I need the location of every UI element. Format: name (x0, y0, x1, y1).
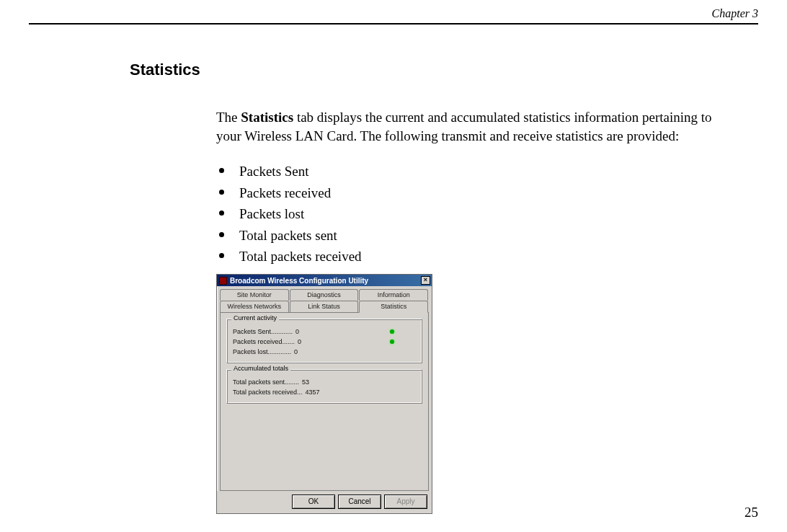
tab-site-monitor[interactable]: Site Monitor (220, 289, 289, 301)
bullet-item: Total packets received (216, 246, 758, 267)
window-titlebar[interactable]: Broadcom Wireless Configuration Utility … (217, 275, 432, 286)
bullet-item: Packets received (216, 182, 758, 203)
ok-button[interactable]: OK (292, 495, 335, 509)
page-content: Statistics The Statistics tab displays t… (29, 25, 758, 514)
activity-led-icon (390, 340, 394, 344)
stat-row-total-sent: Total packets sent........ 53 (233, 377, 416, 387)
dialog-button-row: OK Cancel Apply (217, 491, 432, 513)
bullet-item: Total packets sent (216, 225, 758, 246)
bullet-list: Packets Sent Packets received Packets lo… (216, 161, 758, 267)
groupbox-legend: Accumulated totals (231, 365, 290, 372)
section-heading: Statistics (130, 61, 758, 79)
tab-panel-statistics: Current activity Packets Sent...........… (220, 312, 429, 491)
tab-row-back: Site Monitor Diagnostics Information (220, 289, 429, 301)
chapter-label: Chapter 3 (712, 7, 758, 19)
bullet-item: Packets Sent (216, 161, 758, 182)
page-number: 25 (744, 505, 758, 520)
stat-value: 0 (295, 327, 299, 337)
stat-row-total-received: Total packets received... 4357 (233, 387, 416, 397)
stat-label: Packets received....... (233, 337, 295, 347)
tab-diagnostics[interactable]: Diagnostics (290, 289, 359, 301)
intro-paragraph: The Statistics tab displays the current … (216, 108, 735, 145)
stat-row-packets-received: Packets received....... 0 (233, 337, 416, 347)
stat-row-packets-lost: Packets lost............. 0 (233, 347, 416, 357)
groupbox-legend: Current activity (231, 314, 279, 322)
cancel-button[interactable]: Cancel (338, 495, 381, 509)
stat-value: 0 (298, 337, 301, 347)
apply-button[interactable]: Apply (384, 495, 427, 509)
stat-label: Total packets sent........ (233, 377, 299, 387)
para-pre: The (216, 110, 241, 125)
tab-link-status[interactable]: Link Status (290, 301, 359, 312)
stat-label: Packets Sent............ (233, 327, 293, 337)
dialog-screenshot: Broadcom Wireless Configuration Utility … (216, 274, 758, 514)
stat-value: 53 (302, 377, 309, 387)
page: Chapter 3 Statistics The Statistics tab … (0, 0, 787, 532)
section-body: The Statistics tab displays the current … (216, 108, 758, 514)
tab-area: Site Monitor Diagnostics Information Wir… (220, 289, 429, 491)
stat-value: 0 (294, 347, 298, 357)
groupbox-current-activity: Current activity Packets Sent...........… (226, 319, 422, 363)
stat-value: 4357 (306, 387, 320, 397)
bullet-item: Packets lost (216, 203, 758, 224)
window-title: Broadcom Wireless Configuration Utility (230, 277, 421, 285)
tab-row-front: Wireless Networks Link Status Statistics (220, 301, 429, 312)
config-utility-window: Broadcom Wireless Configuration Utility … (216, 274, 432, 514)
stat-label: Packets lost............. (233, 347, 291, 357)
para-bold: Statistics (241, 110, 293, 125)
stat-label: Total packets received... (233, 387, 303, 397)
page-header: Chapter 3 (29, 0, 758, 25)
close-button[interactable]: × (421, 276, 430, 285)
app-icon (219, 277, 227, 285)
tab-wireless-networks[interactable]: Wireless Networks (220, 301, 289, 312)
groupbox-accumulated-totals: Accumulated totals Total packets sent...… (226, 369, 422, 404)
dialog-body: Site Monitor Diagnostics Information Wir… (217, 286, 432, 491)
stat-row-packets-sent: Packets Sent............ 0 (233, 327, 416, 337)
tab-statistics[interactable]: Statistics (359, 301, 428, 313)
activity-led-icon (390, 329, 394, 334)
tab-information[interactable]: Information (359, 289, 428, 301)
